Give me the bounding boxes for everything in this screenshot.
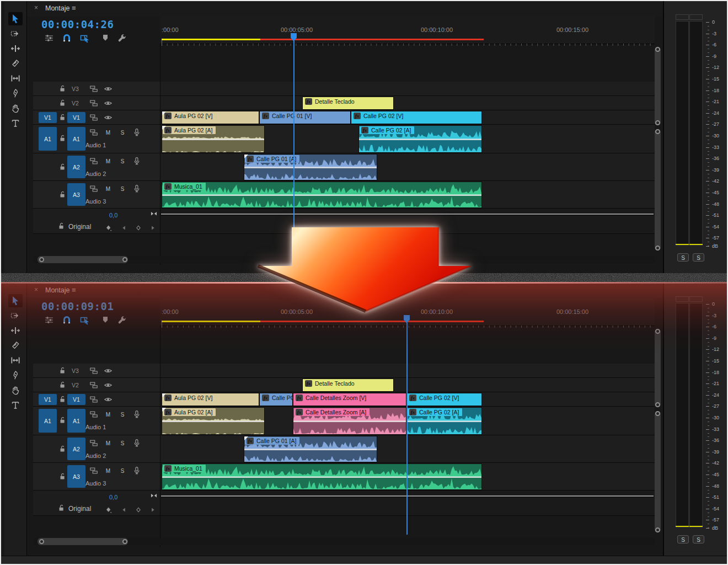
slip-tool[interactable] xyxy=(8,72,23,85)
clip-detalle-teclado[interactable]: fxDetalle Teclado xyxy=(302,379,394,392)
clip-aula-pg-02-a-[interactable]: fxAula PG 02 [A] xyxy=(162,407,265,435)
clip-volume-line[interactable] xyxy=(162,421,264,422)
linked-selection-button[interactable] xyxy=(79,315,91,326)
clip-volume-line[interactable] xyxy=(162,195,481,196)
timeline-settings-wrench-button[interactable] xyxy=(116,315,128,326)
toggle-track-output-eye-icon[interactable] xyxy=(104,366,113,375)
toggle-track-output-eye-icon[interactable] xyxy=(104,84,113,93)
toggle-track-output-eye-icon[interactable] xyxy=(104,381,113,390)
clip-volume-line[interactable] xyxy=(407,421,481,422)
toggle-track-output-eye-icon[interactable] xyxy=(104,113,113,122)
selection-tool[interactable] xyxy=(8,294,23,307)
track-lane-V2[interactable] xyxy=(160,96,655,110)
track-lock-icon[interactable] xyxy=(58,163,67,171)
track-lock-icon[interactable] xyxy=(58,445,67,453)
zoom-handle-left[interactable] xyxy=(39,539,44,544)
track-lock-icon[interactable] xyxy=(58,113,67,124)
sync-lock-icon[interactable] xyxy=(89,466,98,475)
track-lock-icon[interactable] xyxy=(58,381,67,391)
ripple-edit-tool[interactable] xyxy=(8,324,23,337)
solo-left-channel-button[interactable]: S xyxy=(677,535,689,543)
add-keyframe-icon[interactable] xyxy=(105,506,113,514)
track-lock-icon[interactable] xyxy=(58,190,67,199)
scroll-handle[interactable] xyxy=(655,47,660,52)
mute-track-button[interactable]: M xyxy=(104,158,113,164)
clip-calle-pg-02-v-[interactable]: fxCalle PG 02 [V] xyxy=(406,393,482,406)
razor-tool[interactable] xyxy=(8,57,23,70)
track-lock-icon[interactable] xyxy=(58,395,67,406)
clip-volume-line[interactable] xyxy=(162,139,264,140)
clip-aula-pg-02-a-[interactable]: fxAula PG 02 [A] xyxy=(162,125,265,153)
clip-volume-line[interactable] xyxy=(162,477,481,478)
snap-button[interactable] xyxy=(61,315,73,326)
slip-tool[interactable] xyxy=(8,354,23,367)
sync-lock-icon[interactable] xyxy=(89,395,98,404)
type-tool[interactable] xyxy=(8,398,23,412)
solo-left-channel-button[interactable]: S xyxy=(677,253,689,262)
clip-musica-01[interactable]: fxMusica_01 xyxy=(162,463,482,490)
pen-tool[interactable] xyxy=(8,369,23,382)
next-keyframe-icon[interactable] xyxy=(149,224,157,232)
hand-tool[interactable] xyxy=(8,102,23,115)
source-patch-A1[interactable]: A1 xyxy=(39,409,57,433)
sync-lock-icon[interactable] xyxy=(89,410,98,419)
clip-volume-line[interactable] xyxy=(244,167,377,168)
playhead-line[interactable] xyxy=(406,323,408,535)
video-tracks-scrollbar[interactable] xyxy=(655,47,661,125)
track-target-A3[interactable]: A3 xyxy=(67,465,85,488)
razor-tool[interactable] xyxy=(8,339,23,352)
clip-calle-detalles-zoom-a-[interactable]: fxCalle Detalles Zoom [A] xyxy=(293,407,406,435)
timeline-settings-wrench-button[interactable] xyxy=(116,33,128,44)
audio-tracks-scrollbar[interactable] xyxy=(655,411,661,532)
track-lock-icon[interactable] xyxy=(58,366,67,377)
add-marker-button[interactable] xyxy=(99,315,111,326)
previous-keyframe-icon[interactable] xyxy=(120,506,128,514)
sync-lock-icon[interactable] xyxy=(89,366,98,375)
mute-track-button[interactable]: M xyxy=(104,440,113,446)
track-name-V3[interactable]: V3 xyxy=(72,86,79,92)
add-keyframe-icon[interactable] xyxy=(105,224,113,232)
track-lock-icon[interactable] xyxy=(57,504,66,512)
track-name-V3[interactable]: V3 xyxy=(72,367,79,374)
voiceover-record-mic-icon[interactable] xyxy=(132,410,141,419)
clip-calle-detalles-zoom-v-[interactable]: fxCalle Detalles Zoom [V] xyxy=(293,393,406,406)
zoom-scrollbar-thumb[interactable] xyxy=(38,538,128,545)
track-target-V1[interactable]: V1 xyxy=(67,394,85,405)
zoom-handle-left[interactable] xyxy=(39,257,44,262)
solo-track-button[interactable]: S xyxy=(118,412,127,418)
scroll-handle[interactable] xyxy=(655,120,660,125)
track-lane-V3[interactable] xyxy=(160,82,655,96)
zoom-handle-right[interactable] xyxy=(122,257,127,262)
master-level-value[interactable]: 0,0 xyxy=(109,212,117,218)
track-target-A1[interactable]: A1 xyxy=(67,409,85,433)
voiceover-record-mic-icon[interactable] xyxy=(132,128,141,137)
tab-close-icon[interactable]: × xyxy=(34,286,38,294)
clip-calle-pg-01-v-[interactable]: fxCalle PG 01 [V] xyxy=(259,393,293,406)
sync-lock-icon[interactable] xyxy=(89,157,98,166)
voiceover-record-mic-icon[interactable] xyxy=(132,466,141,475)
playhead-timecode[interactable]: 00:00:04:26 xyxy=(41,18,114,30)
clip-aula-pg-02-v-[interactable]: fxAula PG 02 [V] xyxy=(162,111,259,124)
track-lock-icon[interactable] xyxy=(58,84,67,95)
panel-menu-icon[interactable]: ≡ xyxy=(72,4,76,12)
track-target-V1[interactable]: V1 xyxy=(67,112,85,123)
type-tool[interactable] xyxy=(8,116,23,130)
linked-selection-button[interactable] xyxy=(79,33,91,44)
video-tracks-scrollbar[interactable] xyxy=(655,329,661,407)
collapse-track-bowtie-icon[interactable] xyxy=(150,211,158,218)
collapse-track-bowtie-icon[interactable] xyxy=(150,493,158,500)
clip-calle-pg-02-v-[interactable]: fxCalle PG 02 [V] xyxy=(351,111,482,124)
playhead-line[interactable] xyxy=(293,41,295,253)
track-select-forward-tool[interactable] xyxy=(8,309,23,322)
solo-track-button[interactable]: S xyxy=(118,158,127,164)
pen-tool[interactable] xyxy=(8,87,23,100)
sync-lock-icon[interactable] xyxy=(89,184,98,193)
tab-title[interactable]: Montaje xyxy=(45,4,69,12)
keyframe-diamond-icon[interactable] xyxy=(135,224,142,232)
sync-lock-icon[interactable] xyxy=(89,99,98,108)
mute-track-button[interactable]: M xyxy=(104,186,113,192)
clip-calle-pg-01-a-[interactable]: fxCalle PG 01 [A] xyxy=(244,436,377,462)
mute-track-button[interactable]: M xyxy=(104,412,113,418)
master-volume-rubber-band[interactable] xyxy=(161,214,654,215)
clip-musica-01[interactable]: fxMusica_01 xyxy=(162,182,482,208)
